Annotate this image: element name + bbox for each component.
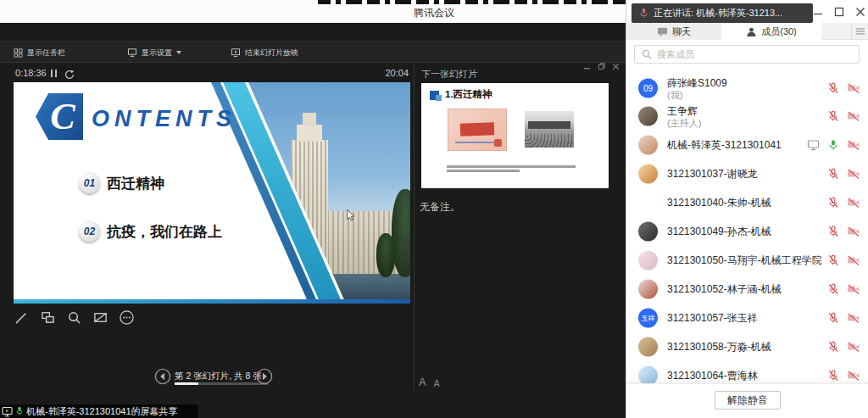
member-row[interactable]: 3121301052-林子涵-机械 — [633, 275, 867, 304]
member-status-icons — [827, 226, 860, 237]
member-avatar — [638, 222, 658, 242]
tab-chat-label: 聊天 — [672, 25, 691, 38]
minimize-icon[interactable] — [813, 7, 823, 17]
members-panel: 正在讲话: 机械-韩泽英-31213... 聊天 成员(30) 09薛张峰 — [626, 0, 868, 418]
member-row[interactable]: 3121301049-孙杰-机械 — [633, 217, 867, 246]
contents-badge: C — [36, 93, 83, 140]
tencent-meeting-window: 腾讯会议 显示任务栏 显示设置 结束幻灯片放映 — [0, 0, 868, 418]
tab-chat[interactable]: 聊天 — [626, 23, 721, 40]
member-avatar — [638, 193, 658, 213]
notes-font-increase-button[interactable]: A — [419, 376, 426, 388]
camera-off-icon — [847, 283, 860, 295]
member-avatar: 玉祥 — [638, 309, 658, 328]
member-row[interactable]: 王争辉(主持人) — [633, 102, 867, 131]
elapsed-timer: 0:18:36 — [15, 68, 47, 78]
restart-icon — [64, 70, 75, 80]
black-screen-button[interactable] — [91, 308, 109, 326]
current-slide[interactable]: C ONTENTS 01 西迁精神 02 抗疫，我们在路上 — [14, 82, 410, 304]
mic-muted-icon — [827, 226, 839, 237]
display-settings-label: 显示设置 — [142, 47, 172, 59]
notes-text: 无备注。 — [420, 200, 460, 215]
member-search[interactable] — [634, 45, 860, 64]
restart-timer-button[interactable] — [64, 68, 75, 83]
show-taskbar-button[interactable]: 显示任务栏 — [14, 46, 65, 59]
member-avatar — [638, 280, 658, 299]
contents-initial: C — [50, 95, 75, 138]
toc-number-2: 02 — [79, 220, 100, 242]
camera-off-icon — [847, 370, 860, 382]
end-slideshow-button[interactable]: 结束幻灯片放映 — [231, 46, 298, 59]
screen-share-region: 显示任务栏 显示设置 结束幻灯片放映 0:18:36 2 — [0, 23, 626, 418]
member-avatar — [638, 107, 658, 126]
active-mic-icon — [15, 406, 24, 416]
speaking-toast-text: 正在讲话: 机械-韩泽英-31213... — [654, 7, 782, 20]
pause-timer-button[interactable] — [51, 70, 57, 77]
clipped-overlapping-text — [318, 0, 626, 4]
screen-share-icon — [807, 139, 820, 151]
member-status-icons — [827, 82, 860, 94]
zoom-slide-button[interactable] — [64, 308, 83, 326]
panel-menu-button[interactable] — [851, 23, 868, 40]
pen-tool-button[interactable] — [12, 308, 31, 326]
member-row[interactable]: 3121301058-万淼-机械 — [633, 332, 867, 361]
camera-off-icon — [847, 168, 860, 180]
end-slideshow-label: 结束幻灯片放映 — [245, 47, 298, 59]
camera-off-icon — [847, 82, 860, 94]
member-status-icons — [827, 341, 860, 353]
see-all-slides-button[interactable] — [38, 308, 57, 326]
share-banner-text: 机械-韩泽英-3121301041的屏幕共享 — [26, 405, 178, 418]
member-name: 3121301050-马翔宇-机械工程学院 — [667, 254, 822, 268]
maximize-icon[interactable] — [834, 7, 844, 17]
member-avatar — [638, 251, 658, 270]
panel-footer: 解除静音 — [626, 383, 868, 418]
ticket-image — [448, 109, 507, 151]
display-settings-icon — [127, 47, 137, 58]
display-settings-button[interactable]: 显示设置 — [127, 46, 181, 59]
tab-members[interactable]: 成员(30) — [721, 23, 821, 40]
member-row[interactable]: 玉祥3121301057-张玉祥 — [633, 304, 867, 332]
next-slide-button[interactable] — [256, 368, 273, 388]
member-status-icons — [827, 370, 860, 382]
mic-muted-icon — [827, 110, 839, 122]
mouse-cursor — [347, 209, 355, 221]
search-input[interactable] — [657, 49, 843, 59]
member-role: (我) — [667, 89, 682, 102]
mic-muted-icon — [827, 82, 839, 94]
member-row[interactable]: 3121301040-朱帅-机械 — [633, 188, 867, 217]
presenter-minimize-icon[interactable] — [583, 63, 591, 70]
member-status-icons — [827, 254, 860, 266]
chevron-down-icon — [176, 51, 181, 54]
member-row[interactable]: 3121301037-谢晓龙 — [633, 159, 867, 188]
member-row[interactable]: 机械-韩泽英-3121301041 — [633, 131, 867, 159]
member-status-icons — [827, 312, 860, 324]
search-icon — [642, 49, 652, 59]
member-status-icons — [807, 139, 860, 151]
member-avatar: 09 — [638, 79, 658, 98]
member-row[interactable]: 09薛张峰S1009(我) — [633, 74, 867, 103]
end-slideshow-icon — [231, 47, 241, 58]
member-name: 3121301064-曹海林 — [667, 369, 758, 383]
member-name: 3121301037-谢晓龙 — [667, 167, 758, 181]
mic-on-icon — [827, 139, 839, 151]
taskbar-icon — [14, 48, 23, 58]
close-icon[interactable] — [855, 7, 865, 17]
divider — [414, 64, 415, 390]
next-slide-thumbnail: 1.西迁精神 — [421, 83, 609, 188]
next-slide-label: 下一张幻灯片 — [421, 68, 477, 81]
member-avatar — [638, 164, 658, 184]
speaking-mic-icon — [639, 8, 648, 19]
unmute-button[interactable]: 解除静音 — [715, 391, 781, 410]
previous-slide-button[interactable] — [154, 368, 171, 388]
toc-item-2: 抗疫，我们在路上 — [107, 222, 222, 242]
member-name: 机械-韩泽英-3121301041 — [667, 138, 782, 153]
notes-font-decrease-button[interactable]: A — [434, 379, 440, 388]
more-options-button[interactable] — [117, 308, 136, 326]
chat-icon — [657, 26, 668, 37]
mic-muted-icon — [827, 283, 839, 295]
member-name: 3121301040-朱帅-机械 — [667, 196, 771, 210]
presenter-close-icon[interactable] — [612, 63, 620, 70]
member-row[interactable]: 3121301050-马翔宇-机械工程学院 — [633, 246, 867, 275]
camera-off-icon — [847, 312, 860, 324]
caption-line — [447, 170, 520, 172]
presenter-restore-icon[interactable] — [598, 63, 605, 70]
